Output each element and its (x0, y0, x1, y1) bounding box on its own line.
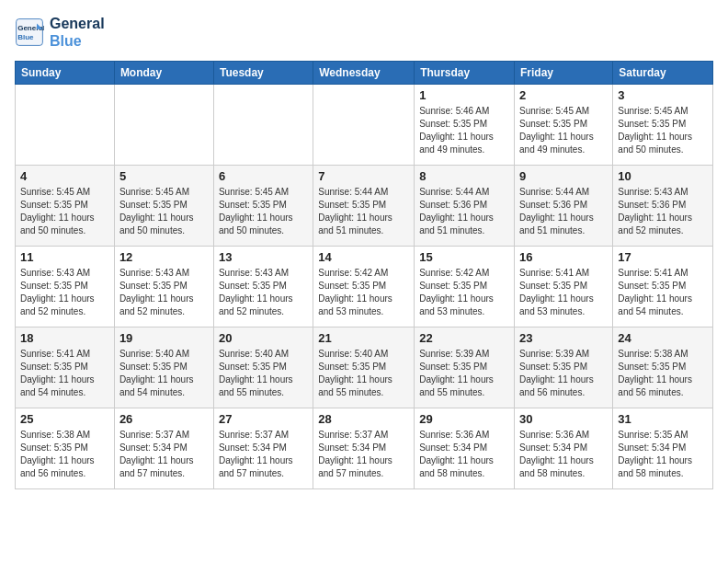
logo: General Blue General Blue (15, 15, 105, 50)
day-number: 17 (618, 250, 708, 264)
calendar-table: SundayMondayTuesdayWednesdayThursdayFrid… (15, 61, 713, 489)
calendar-cell: 10Sunrise: 5:43 AM Sunset: 5:36 PM Dayli… (613, 166, 713, 247)
day-number: 30 (519, 412, 608, 426)
calendar-cell: 1Sunrise: 5:46 AM Sunset: 5:35 PM Daylig… (415, 85, 515, 166)
calendar-cell: 25Sunrise: 5:38 AM Sunset: 5:35 PM Dayli… (16, 408, 115, 489)
day-number: 25 (20, 412, 109, 426)
day-number: 14 (318, 250, 409, 264)
day-number: 18 (20, 331, 109, 345)
calendar-cell: 9Sunrise: 5:44 AM Sunset: 5:36 PM Daylig… (515, 166, 613, 247)
day-number: 15 (419, 250, 509, 264)
day-info: Sunrise: 5:40 AM Sunset: 5:35 PM Dayligh… (119, 348, 209, 399)
calendar-cell: 4Sunrise: 5:45 AM Sunset: 5:35 PM Daylig… (16, 166, 115, 247)
day-info: Sunrise: 5:41 AM Sunset: 5:35 PM Dayligh… (20, 348, 109, 399)
day-number: 31 (618, 412, 708, 426)
day-info: Sunrise: 5:40 AM Sunset: 5:35 PM Dayligh… (219, 348, 308, 399)
day-header-monday: Monday (114, 62, 213, 85)
calendar-cell: 6Sunrise: 5:45 AM Sunset: 5:35 PM Daylig… (213, 166, 313, 247)
day-info: Sunrise: 5:39 AM Sunset: 5:35 PM Dayligh… (419, 348, 509, 399)
calendar-cell: 27Sunrise: 5:37 AM Sunset: 5:34 PM Dayli… (213, 408, 313, 489)
day-info: Sunrise: 5:42 AM Sunset: 5:35 PM Dayligh… (419, 267, 509, 318)
day-info: Sunrise: 5:43 AM Sunset: 5:35 PM Dayligh… (219, 267, 308, 318)
day-number: 6 (219, 169, 308, 183)
day-info: Sunrise: 5:41 AM Sunset: 5:35 PM Dayligh… (618, 267, 708, 318)
calendar-cell: 18Sunrise: 5:41 AM Sunset: 5:35 PM Dayli… (16, 327, 115, 408)
day-number: 16 (519, 250, 608, 264)
day-info: Sunrise: 5:44 AM Sunset: 5:36 PM Dayligh… (519, 186, 608, 237)
logo-text: General Blue (50, 15, 105, 50)
day-number: 26 (119, 412, 209, 426)
day-number: 2 (519, 88, 608, 102)
logo-icon: General Blue (15, 17, 44, 47)
day-info: Sunrise: 5:45 AM Sunset: 5:35 PM Dayligh… (119, 186, 209, 237)
day-info: Sunrise: 5:40 AM Sunset: 5:35 PM Dayligh… (318, 348, 409, 399)
day-number: 3 (618, 88, 708, 102)
day-info: Sunrise: 5:45 AM Sunset: 5:35 PM Dayligh… (219, 186, 308, 237)
calendar-cell: 20Sunrise: 5:40 AM Sunset: 5:35 PM Dayli… (213, 327, 313, 408)
day-info: Sunrise: 5:37 AM Sunset: 5:34 PM Dayligh… (219, 429, 308, 480)
day-info: Sunrise: 5:45 AM Sunset: 5:35 PM Dayligh… (20, 186, 109, 237)
day-info: Sunrise: 5:35 AM Sunset: 5:34 PM Dayligh… (618, 429, 708, 480)
week-row-2: 4Sunrise: 5:45 AM Sunset: 5:35 PM Daylig… (16, 166, 713, 247)
day-info: Sunrise: 5:38 AM Sunset: 5:35 PM Dayligh… (618, 348, 708, 399)
day-number: 29 (419, 412, 509, 426)
calendar-cell: 12Sunrise: 5:43 AM Sunset: 5:35 PM Dayli… (114, 247, 213, 327)
day-info: Sunrise: 5:38 AM Sunset: 5:35 PM Dayligh… (20, 429, 109, 480)
day-info: Sunrise: 5:36 AM Sunset: 5:34 PM Dayligh… (519, 429, 608, 480)
calendar-cell (16, 85, 115, 166)
day-header-thursday: Thursday (415, 62, 515, 85)
svg-text:Blue: Blue (17, 33, 34, 41)
day-number: 27 (219, 412, 308, 426)
week-row-5: 25Sunrise: 5:38 AM Sunset: 5:35 PM Dayli… (16, 408, 713, 489)
calendar-cell: 29Sunrise: 5:36 AM Sunset: 5:34 PM Dayli… (415, 408, 515, 489)
day-info: Sunrise: 5:37 AM Sunset: 5:34 PM Dayligh… (119, 429, 209, 480)
day-header-tuesday: Tuesday (213, 62, 313, 85)
calendar-cell: 19Sunrise: 5:40 AM Sunset: 5:35 PM Dayli… (114, 327, 213, 408)
day-info: Sunrise: 5:43 AM Sunset: 5:35 PM Dayligh… (20, 267, 109, 318)
week-row-4: 18Sunrise: 5:41 AM Sunset: 5:35 PM Dayli… (16, 327, 713, 408)
calendar-cell: 16Sunrise: 5:41 AM Sunset: 5:35 PM Dayli… (515, 247, 613, 327)
calendar-cell: 15Sunrise: 5:42 AM Sunset: 5:35 PM Dayli… (415, 247, 515, 327)
day-number: 23 (519, 331, 608, 345)
calendar-cell: 8Sunrise: 5:44 AM Sunset: 5:36 PM Daylig… (415, 166, 515, 247)
calendar-cell: 11Sunrise: 5:43 AM Sunset: 5:35 PM Dayli… (16, 247, 115, 327)
day-info: Sunrise: 5:45 AM Sunset: 5:35 PM Dayligh… (519, 105, 608, 156)
day-info: Sunrise: 5:36 AM Sunset: 5:34 PM Dayligh… (419, 429, 509, 480)
day-info: Sunrise: 5:42 AM Sunset: 5:35 PM Dayligh… (318, 267, 409, 318)
day-info: Sunrise: 5:43 AM Sunset: 5:35 PM Dayligh… (119, 267, 209, 318)
week-row-3: 11Sunrise: 5:43 AM Sunset: 5:35 PM Dayli… (16, 247, 713, 327)
day-number: 19 (119, 331, 209, 345)
day-header-wednesday: Wednesday (313, 62, 415, 85)
calendar-cell: 2Sunrise: 5:45 AM Sunset: 5:35 PM Daylig… (515, 85, 613, 166)
calendar-cell: 21Sunrise: 5:40 AM Sunset: 5:35 PM Dayli… (313, 327, 415, 408)
day-number: 8 (419, 169, 509, 183)
day-number: 20 (219, 331, 308, 345)
calendar-cell: 14Sunrise: 5:42 AM Sunset: 5:35 PM Dayli… (313, 247, 415, 327)
day-number: 9 (519, 169, 608, 183)
day-info: Sunrise: 5:44 AM Sunset: 5:36 PM Dayligh… (419, 186, 509, 237)
day-info: Sunrise: 5:45 AM Sunset: 5:35 PM Dayligh… (618, 105, 708, 156)
calendar-cell: 31Sunrise: 5:35 AM Sunset: 5:34 PM Dayli… (613, 408, 713, 489)
calendar-cell: 7Sunrise: 5:44 AM Sunset: 5:35 PM Daylig… (313, 166, 415, 247)
calendar-header-row: SundayMondayTuesdayWednesdayThursdayFrid… (16, 62, 713, 85)
day-number: 4 (20, 169, 109, 183)
day-info: Sunrise: 5:44 AM Sunset: 5:35 PM Dayligh… (318, 186, 409, 237)
day-number: 13 (219, 250, 308, 264)
day-number: 7 (318, 169, 409, 183)
day-info: Sunrise: 5:41 AM Sunset: 5:35 PM Dayligh… (519, 267, 608, 318)
calendar-cell: 30Sunrise: 5:36 AM Sunset: 5:34 PM Dayli… (515, 408, 613, 489)
day-number: 24 (618, 331, 708, 345)
day-number: 1 (419, 88, 509, 102)
day-number: 12 (119, 250, 209, 264)
calendar-cell (313, 85, 415, 166)
calendar-cell: 5Sunrise: 5:45 AM Sunset: 5:35 PM Daylig… (114, 166, 213, 247)
page-header: General Blue General Blue (15, 15, 713, 50)
calendar-cell (213, 85, 313, 166)
day-info: Sunrise: 5:46 AM Sunset: 5:35 PM Dayligh… (419, 105, 509, 156)
day-number: 28 (318, 412, 409, 426)
calendar-cell: 3Sunrise: 5:45 AM Sunset: 5:35 PM Daylig… (613, 85, 713, 166)
day-info: Sunrise: 5:39 AM Sunset: 5:35 PM Dayligh… (519, 348, 608, 399)
week-row-1: 1Sunrise: 5:46 AM Sunset: 5:35 PM Daylig… (16, 85, 713, 166)
day-number: 5 (119, 169, 209, 183)
calendar-cell: 22Sunrise: 5:39 AM Sunset: 5:35 PM Dayli… (415, 327, 515, 408)
